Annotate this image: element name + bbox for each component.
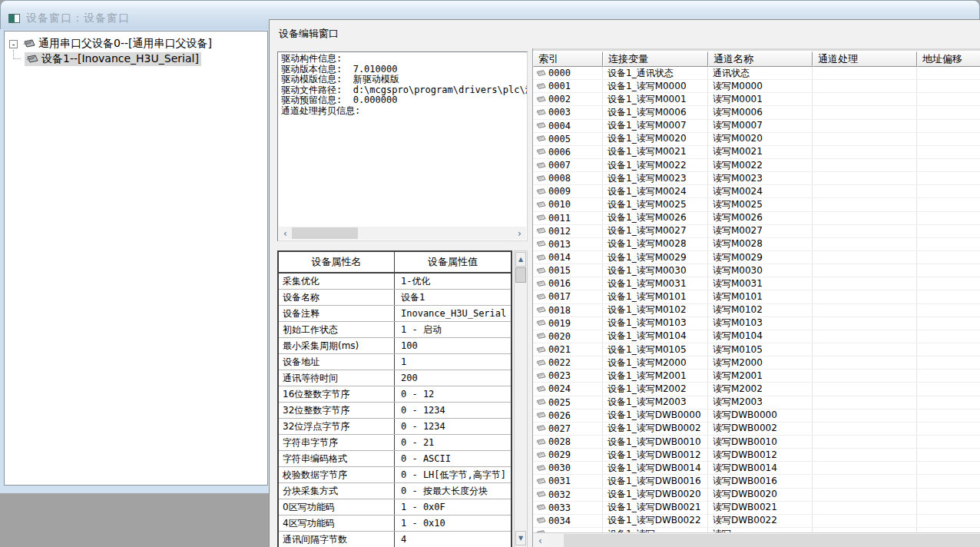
- channel-process-cell[interactable]: [813, 396, 917, 409]
- channel-process-cell[interactable]: [813, 343, 917, 356]
- channel-process-cell[interactable]: [813, 277, 917, 290]
- channel-row[interactable]: 0033 设备1_读写DWB0021 读写DWB0021: [533, 502, 980, 515]
- scroll-right-icon[interactable]: ›: [513, 227, 526, 240]
- channel-index-cell[interactable]: 0025: [533, 396, 603, 409]
- channel-row[interactable]: 0000 设备1_通讯状态 通讯状态: [533, 67, 980, 80]
- property-value-cell[interactable]: 1-优化: [395, 274, 511, 289]
- channel-address-offset-cell[interactable]: [917, 475, 980, 487]
- channel-name-cell[interactable]: 读写M0000: [708, 80, 813, 92]
- channel-address-offset-cell[interactable]: [917, 383, 980, 395]
- property-value-cell[interactable]: Inovance_H3U_Serial: [395, 306, 511, 321]
- property-table-vertical-scrollbar[interactable]: ▲ ▼: [514, 250, 528, 547]
- channel-process-cell[interactable]: [813, 106, 917, 118]
- channel-process-cell[interactable]: [813, 436, 917, 448]
- channel-address-offset-cell[interactable]: [917, 93, 980, 105]
- channel-row[interactable]: 0016 设备1_读写M0031 读写M0031: [533, 277, 980, 290]
- channel-row[interactable]: 0025 设备1_读写M2003 读写M2003: [533, 396, 980, 409]
- scroll-up-icon[interactable]: ▲: [515, 252, 526, 267]
- channel-process-cell[interactable]: [813, 185, 917, 197]
- channel-row[interactable]: 0011 设备1_读写M0026 读写M0026: [533, 212, 980, 225]
- channel-name-cell[interactable]: 读写M0101: [708, 290, 813, 303]
- channel-address-offset-cell[interactable]: [917, 67, 980, 79]
- channel-link-variable-cell[interactable]: 设备1_读写M0020: [603, 133, 708, 145]
- channel-link-variable-cell[interactable]: 设备1_读写DWB0020: [603, 489, 708, 501]
- channel-address-offset-cell[interactable]: [917, 449, 980, 461]
- channel-process-cell[interactable]: [813, 172, 917, 184]
- channel-name-cell[interactable]: 读写M0022: [708, 159, 813, 171]
- channel-address-offset-cell[interactable]: [917, 120, 980, 132]
- property-value-cell[interactable]: 0 - 1234: [395, 419, 511, 434]
- channel-name-cell[interactable]: 读写DWB0002: [708, 423, 813, 435]
- channel-link-variable-cell[interactable]: 设备1_读写M2001: [603, 370, 708, 382]
- property-value-cell[interactable]: 0 - LH[低字节,高字节]: [395, 467, 511, 482]
- channel-row[interactable]: 0013 设备1_读写M0028 读写M0028: [533, 238, 980, 251]
- channel-link-variable-cell[interactable]: 设备1_读写M0024: [603, 185, 708, 197]
- property-row[interactable]: 最小采集周期(ms) 100: [279, 338, 511, 354]
- channel-address-offset-cell[interactable]: [917, 462, 980, 474]
- channel-address-offset-cell[interactable]: [917, 146, 980, 158]
- channel-address-offset-cell[interactable]: [917, 277, 980, 290]
- channel-name-cell[interactable]: 通讯状态: [708, 67, 813, 79]
- channel-row[interactable]: 0030 设备1_读写DWB0014 读写DWB0014: [533, 462, 980, 475]
- channel-row[interactable]: 0001 设备1_读写M0000 读写M0000: [533, 80, 980, 93]
- channel-name-cell[interactable]: 读写M2000: [708, 356, 813, 369]
- channel-index-cell[interactable]: 0018: [533, 304, 603, 317]
- tree-item-label-selected[interactable]: 设备1--[Inovance_H3U_Serial]: [41, 52, 199, 66]
- channel-row[interactable]: 0014 设备1_读写M0029 读写M0029: [533, 251, 980, 264]
- channel-name-cell[interactable]: 读写M0105: [708, 343, 813, 356]
- channel-index-cell[interactable]: 0002: [533, 93, 603, 105]
- channel-process-cell[interactable]: [813, 502, 917, 514]
- channel-address-offset-cell[interactable]: [917, 317, 980, 330]
- property-row[interactable]: 32位整数字节序 0 - 1234: [279, 403, 511, 419]
- channel-process-cell[interactable]: [813, 423, 917, 435]
- property-row[interactable]: 16位整数字节序 0 - 12: [279, 386, 511, 403]
- channel-link-variable-cell[interactable]: 设备1_读写M0021: [603, 146, 708, 158]
- property-row[interactable]: 字符串编码格式 0 - ASCII: [279, 451, 511, 467]
- channel-name-cell[interactable]: 读写M0006: [708, 106, 813, 118]
- channel-index-cell[interactable]: 0007: [533, 159, 603, 171]
- channel-index-cell[interactable]: 0021: [533, 343, 603, 356]
- property-value-cell[interactable]: 1 - 0x10: [395, 516, 511, 531]
- column-header-index[interactable]: 索引: [533, 51, 603, 67]
- channel-link-variable-cell[interactable]: 设备1_读写DWB0002: [603, 423, 708, 435]
- channel-process-cell[interactable]: [813, 264, 917, 277]
- scroll-left-icon[interactable]: ‹: [279, 227, 292, 240]
- scroll-left-icon[interactable]: ‹: [533, 533, 548, 547]
- channel-link-variable-cell[interactable]: 设备1_读写M0031: [603, 277, 708, 290]
- channel-index-cell[interactable]: 0013: [533, 238, 603, 250]
- channel-name-cell[interactable]: 读写M0102: [708, 304, 813, 317]
- channel-address-offset-cell[interactable]: [917, 356, 980, 369]
- channel-link-variable-cell[interactable]: 设备1_读写M0102: [603, 304, 708, 317]
- property-row[interactable]: 采集优化 1-优化: [279, 274, 511, 290]
- channel-link-variable-cell[interactable]: 设备1_读写M0101: [603, 290, 708, 303]
- channel-index-cell[interactable]: 0016: [533, 277, 603, 290]
- channel-process-cell[interactable]: [813, 356, 917, 369]
- scrollbar-track[interactable]: [548, 533, 980, 547]
- property-value-cell[interactable]: 0 - 1234: [395, 403, 511, 418]
- channel-index-cell[interactable]: 0015: [533, 264, 603, 277]
- channel-row[interactable]: 0019 设备1_读写M0103 读写M0103: [533, 317, 980, 330]
- channel-process-cell[interactable]: [813, 515, 917, 527]
- channel-link-variable-cell[interactable]: 设备1_读写M0007: [603, 120, 708, 132]
- channel-row[interactable]: 0034 设备1_读写DWB0022 读写DWB0022: [533, 515, 980, 528]
- channel-address-offset-cell[interactable]: [917, 330, 980, 343]
- channel-row[interactable]: 0008 设备1_读写M0023 读写M0023: [533, 172, 980, 185]
- channel-row[interactable]: 0012 设备1_读写M0027 读写M0027: [533, 225, 980, 238]
- channel-link-variable-cell[interactable]: 设备1_读写M0026: [603, 212, 708, 224]
- channel-row[interactable]: 0002 设备1_读写M0001 读写M0001: [533, 93, 980, 106]
- channel-row[interactable]: 0004 设备1_读写M0007 读写M0007: [533, 120, 980, 133]
- channel-process-cell[interactable]: [813, 120, 917, 132]
- channel-index-cell[interactable]: 0023: [533, 370, 603, 382]
- channel-address-offset-cell[interactable]: [917, 251, 980, 264]
- channel-name-cell[interactable]: 读写M2003: [708, 396, 813, 409]
- channel-row[interactable]: 0028 设备1_读写DWB0010 读写DWB0010: [533, 436, 980, 449]
- channel-address-offset-cell[interactable]: [917, 80, 980, 92]
- channel-process-cell[interactable]: [813, 475, 917, 487]
- channel-link-variable-cell[interactable]: 设备1_读写M0022: [603, 159, 708, 171]
- channel-row[interactable]: 0027 设备1_读写DWB0002 读写DWB0002: [533, 423, 980, 436]
- channel-name-cell[interactable]: 读写DWB0016: [708, 475, 813, 487]
- property-value-cell[interactable]: 0 - 按最大长度分块: [395, 483, 511, 499]
- channel-process-cell[interactable]: [813, 159, 917, 171]
- channel-index-cell[interactable]: 0014: [533, 251, 603, 264]
- channel-address-offset-cell[interactable]: [917, 238, 980, 250]
